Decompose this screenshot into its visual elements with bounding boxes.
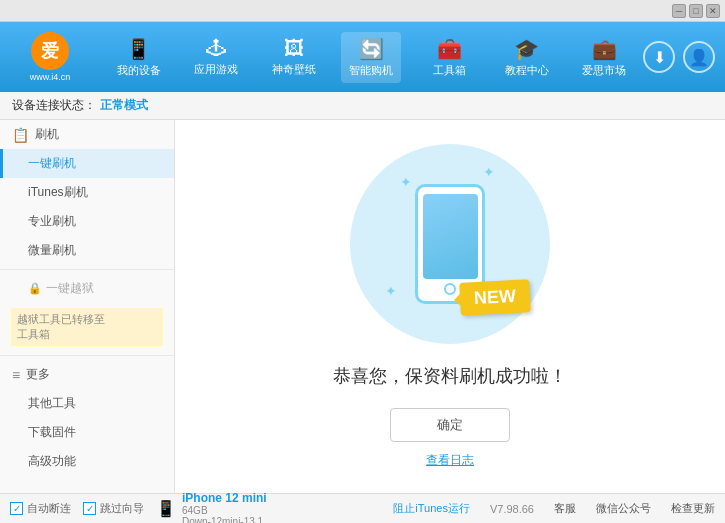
auto-close-checkbox[interactable]: ✓ 自动断连	[10, 501, 71, 516]
sidebar-flash-header[interactable]: 📋 刷机	[0, 120, 174, 149]
apps-games-label: 应用游戏	[194, 62, 238, 77]
tutorial-label: 教程中心	[505, 63, 549, 78]
device-info: 📱 iPhone 12 mini 64GB Down-12mini-13,1	[156, 491, 267, 524]
my-device-label: 我的设备	[117, 63, 161, 78]
nav-apps-games[interactable]: 🕹 应用游戏	[186, 32, 246, 82]
auto-close-checkbox-box[interactable]: ✓	[10, 502, 23, 515]
sidebar-item-pro-flash[interactable]: 专业刷机	[0, 207, 174, 236]
version-number: V7.98.66	[490, 503, 534, 515]
logo-url: www.i4.cn	[30, 72, 71, 82]
sidebar-jailbreak-locked: 🔒 一键越狱	[0, 274, 174, 303]
toolbox-icon: 🧰	[437, 37, 462, 61]
star-icon-3: ✦	[385, 283, 397, 299]
itunes-status-link[interactable]: 阻止iTunes运行	[393, 501, 470, 516]
sidebar-item-advanced[interactable]: 高级功能	[0, 447, 174, 476]
new-badge: NEW	[459, 279, 531, 316]
tutorial-icon: 🎓	[514, 37, 539, 61]
nav-wallpaper[interactable]: 🖼 神奇壁纸	[264, 32, 324, 82]
nav-tutorial[interactable]: 🎓 教程中心	[497, 32, 557, 83]
device-storage: 64GB	[182, 505, 267, 516]
flash-section-icon: 📋	[12, 127, 29, 143]
jailbreak-notice: 越狱工具已转移至工具箱	[10, 307, 164, 347]
sidebar-item-download-firmware[interactable]: 下载固件	[0, 418, 174, 447]
skip-wizard-checkbox[interactable]: ✓ 跳过向导	[83, 501, 144, 516]
view-log-link[interactable]: 查看日志	[426, 452, 474, 469]
window-controls: ─ □ ✕	[672, 4, 720, 18]
status-bar: 设备连接状态： 正常模式	[0, 92, 725, 120]
logo-icon: 爱	[31, 32, 69, 70]
apple-shop-icon: 💼	[592, 37, 617, 61]
sidebar: 📋 刷机 一键刷机 iTunes刷机 专业刷机 微量刷机 🔒 一键越狱 越狱工具…	[0, 120, 175, 493]
sidebar-more-header[interactable]: ≡ 更多	[0, 360, 174, 389]
device-phone-icon: 📱	[156, 499, 176, 518]
wallpaper-label: 神奇壁纸	[272, 62, 316, 77]
nav-smart-shop[interactable]: 🔄 智能购机	[341, 32, 401, 83]
phone-screen	[423, 194, 478, 279]
success-title: 恭喜您，保资料刷机成功啦！	[333, 364, 567, 388]
toolbox-label: 工具箱	[433, 63, 466, 78]
connection-status-label: 设备连接状态：	[12, 97, 96, 114]
nav-bar: 📱 我的设备 🕹 应用游戏 🖼 神奇壁纸 🔄 智能购机 🧰 工具箱 🎓 教程中心…	[100, 32, 643, 83]
customer-service-link[interactable]: 客服	[554, 501, 576, 516]
close-button[interactable]: ✕	[706, 4, 720, 18]
hero-illustration: ✦ ✦ ✦ NEW	[350, 144, 550, 344]
account-button[interactable]: 👤	[683, 41, 715, 73]
sidebar-item-other-tools[interactable]: 其他工具	[0, 389, 174, 418]
main-area: 📋 刷机 一键刷机 iTunes刷机 专业刷机 微量刷机 🔒 一键越狱 越狱工具…	[0, 120, 725, 493]
minimize-button[interactable]: ─	[672, 4, 686, 18]
title-bar: ─ □ ✕	[0, 0, 725, 22]
star-icon-2: ✦	[483, 164, 495, 180]
nav-toolbox[interactable]: 🧰 工具箱	[419, 32, 479, 83]
device-name: iPhone 12 mini	[182, 491, 267, 505]
auto-close-label: 自动断连	[27, 501, 71, 516]
maximize-button[interactable]: □	[689, 4, 703, 18]
sidebar-item-data-flash[interactable]: 微量刷机	[0, 236, 174, 265]
nav-my-device[interactable]: 📱 我的设备	[109, 32, 169, 83]
logo[interactable]: 爱 www.i4.cn	[10, 32, 90, 82]
skip-wizard-label: 跳过向导	[100, 501, 144, 516]
nav-apple-shop[interactable]: 💼 爱思市场	[574, 32, 634, 83]
sidebar-item-itunes-flash[interactable]: iTunes刷机	[0, 178, 174, 207]
header-actions: ⬇ 👤	[643, 41, 715, 73]
divider-2	[0, 355, 174, 356]
more-section-icon: ≡	[12, 367, 20, 383]
wechat-link[interactable]: 微信公众号	[596, 501, 651, 516]
bottom-left: ✓ 自动断连 ✓ 跳过向导 📱 iPhone 12 mini 64GB Down…	[10, 491, 393, 524]
flash-section-label: 刷机	[35, 126, 59, 143]
sidebar-item-one-click-flash[interactable]: 一键刷机	[0, 149, 174, 178]
smart-shop-icon: 🔄	[359, 37, 384, 61]
download-button[interactable]: ⬇	[643, 41, 675, 73]
bottom-right: 阻止iTunes运行 V7.98.66 客服 微信公众号 检查更新	[393, 501, 715, 516]
smart-shop-label: 智能购机	[349, 63, 393, 78]
check-update-link[interactable]: 检查更新	[671, 501, 715, 516]
content-area: ✦ ✦ ✦ NEW 恭喜您，保资料刷机成功啦！ 确定 查看日志	[175, 120, 725, 493]
my-device-icon: 📱	[126, 37, 151, 61]
header: 爱 www.i4.cn 📱 我的设备 🕹 应用游戏 🖼 神奇壁纸 🔄 智能购机 …	[0, 22, 725, 92]
divider-1	[0, 269, 174, 270]
device-version: Down-12mini-13,1	[182, 516, 267, 524]
hero-circle: ✦ ✦ ✦ NEW	[350, 144, 550, 344]
connection-status-value: 正常模式	[100, 97, 148, 114]
bottom-bar: ✓ 自动断连 ✓ 跳过向导 📱 iPhone 12 mini 64GB Down…	[0, 493, 725, 523]
lock-icon: 🔒	[28, 282, 42, 295]
apple-shop-label: 爱思市场	[582, 63, 626, 78]
apps-games-icon: 🕹	[206, 37, 226, 60]
more-section-label: 更多	[26, 366, 50, 383]
star-icon-1: ✦	[400, 174, 412, 190]
device-details: iPhone 12 mini 64GB Down-12mini-13,1	[182, 491, 267, 524]
skip-wizard-checkbox-box[interactable]: ✓	[83, 502, 96, 515]
confirm-button[interactable]: 确定	[390, 408, 510, 442]
wallpaper-icon: 🖼	[284, 37, 304, 60]
